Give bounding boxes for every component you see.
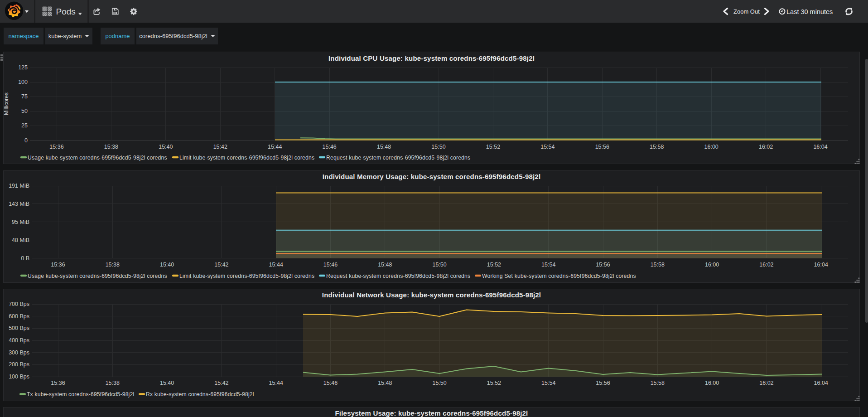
svg-text:15:52: 15:52 xyxy=(487,262,501,268)
svg-text:95 MiB: 95 MiB xyxy=(12,219,29,225)
svg-text:15:48: 15:48 xyxy=(378,380,392,386)
svg-text:Usage kube-system coredns-695f: Usage kube-system coredns-695f96dcd5-98j… xyxy=(28,155,167,161)
svg-text:200 Bps: 200 Bps xyxy=(9,361,29,368)
svg-text:0: 0 xyxy=(24,137,28,144)
svg-text:16:04: 16:04 xyxy=(814,262,828,268)
svg-text:15:42: 15:42 xyxy=(214,262,228,268)
svg-text:15:50: 15:50 xyxy=(431,144,445,150)
svg-text:15:54: 15:54 xyxy=(541,380,555,386)
svg-text:15:46: 15:46 xyxy=(323,380,338,386)
svg-text:15:40: 15:40 xyxy=(159,144,173,150)
svg-text:15:58: 15:58 xyxy=(651,262,665,268)
svg-text:143 MiB: 143 MiB xyxy=(9,201,29,207)
svg-text:Limit kube-system coredns-695f: Limit kube-system coredns-695f96dcd5-98j… xyxy=(179,273,314,279)
svg-text:15:38: 15:38 xyxy=(104,144,118,150)
svg-text:125: 125 xyxy=(18,64,28,71)
svg-text:16:00: 16:00 xyxy=(704,144,719,150)
svg-text:16:04: 16:04 xyxy=(813,144,827,150)
svg-text:15:46: 15:46 xyxy=(323,144,337,150)
svg-text:15:36: 15:36 xyxy=(51,262,65,268)
svg-text:15:54: 15:54 xyxy=(541,262,555,268)
svg-text:15:58: 15:58 xyxy=(651,380,665,386)
svg-text:Limit kube-system coredns-695f: Limit kube-system coredns-695f96dcd5-98j… xyxy=(179,155,314,161)
svg-text:50: 50 xyxy=(21,108,28,114)
svg-text:16:04: 16:04 xyxy=(814,380,828,386)
svg-text:300 Bps: 300 Bps xyxy=(9,349,29,356)
svg-text:15:50: 15:50 xyxy=(432,262,446,268)
svg-text:Last 30 minutes: Last 30 minutes xyxy=(786,8,833,15)
svg-text:15:52: 15:52 xyxy=(487,380,501,386)
svg-text:100: 100 xyxy=(18,79,28,85)
svg-text:Zoom Out: Zoom Out xyxy=(733,8,760,15)
svg-text:Working Set kube-system coredn: Working Set kube-system coredns-695f96dc… xyxy=(482,273,636,279)
svg-text:Request kube-system coredns-69: Request kube-system coredns-695f96dcd5-9… xyxy=(326,155,470,161)
svg-text:16:02: 16:02 xyxy=(759,380,773,386)
svg-text:0 B: 0 B xyxy=(21,255,29,262)
svg-text:15:38: 15:38 xyxy=(106,380,120,386)
svg-text:15:42: 15:42 xyxy=(214,380,228,386)
svg-text:15:52: 15:52 xyxy=(486,144,500,150)
svg-text:600 Bps: 600 Bps xyxy=(9,313,29,320)
svg-text:700 Bps: 700 Bps xyxy=(9,301,29,307)
svg-text:Tx kube-system coredns-695f96d: Tx kube-system coredns-695f96dcd5-98j2l xyxy=(27,391,134,398)
svg-text:75: 75 xyxy=(21,93,28,100)
svg-text:15:42: 15:42 xyxy=(213,144,227,150)
svg-text:15:36: 15:36 xyxy=(51,380,65,386)
svg-text:Individual CPU Usage: kube-sys: Individual CPU Usage: kube-system coredn… xyxy=(328,54,535,62)
svg-text:15:44: 15:44 xyxy=(269,380,283,386)
svg-text:15:38: 15:38 xyxy=(106,262,120,268)
svg-text:15:44: 15:44 xyxy=(269,262,283,268)
svg-text:15:44: 15:44 xyxy=(268,144,282,150)
svg-text:16:02: 16:02 xyxy=(759,144,773,150)
svg-text:15:56: 15:56 xyxy=(596,262,610,268)
svg-text:Usage kube-system coredns-695f: Usage kube-system coredns-695f96dcd5-98j… xyxy=(28,273,167,279)
svg-text:15:48: 15:48 xyxy=(378,262,392,268)
svg-text:Filesystem Usage: kube-system: Filesystem Usage: kube-system coredns-69… xyxy=(335,409,528,417)
svg-text:15:56: 15:56 xyxy=(595,144,609,150)
svg-text:16:02: 16:02 xyxy=(759,262,773,268)
svg-text:500 Bps: 500 Bps xyxy=(9,325,29,331)
svg-text:Pods: Pods xyxy=(56,7,76,16)
svg-text:25: 25 xyxy=(21,122,28,129)
svg-text:15:54: 15:54 xyxy=(540,144,555,150)
svg-text:Request kube-system coredns-69: Request kube-system coredns-695f96dcd5-9… xyxy=(326,273,470,279)
svg-text:15:36: 15:36 xyxy=(49,144,63,150)
svg-text:Individual Memory Usage: kube-: Individual Memory Usage: kube-system cor… xyxy=(323,173,541,180)
svg-text:15:56: 15:56 xyxy=(596,380,610,386)
svg-text:48 MiB: 48 MiB xyxy=(12,237,29,243)
svg-text:15:50: 15:50 xyxy=(432,380,446,386)
svg-text:Rx kube-system coredns-695f96d: Rx kube-system coredns-695f96dcd5-98j2l xyxy=(146,391,254,398)
svg-text:15:48: 15:48 xyxy=(377,144,391,150)
svg-text:191 MiB: 191 MiB xyxy=(9,183,29,189)
svg-text:15:40: 15:40 xyxy=(160,262,174,268)
svg-text:15:40: 15:40 xyxy=(160,380,174,386)
svg-text:Millicores: Millicores xyxy=(3,92,10,115)
svg-text:15:58: 15:58 xyxy=(650,144,664,150)
svg-text:16:00: 16:00 xyxy=(705,380,719,386)
svg-text:16:00: 16:00 xyxy=(705,262,719,268)
svg-text:100 Bps: 100 Bps xyxy=(9,373,29,380)
svg-text:400 Bps: 400 Bps xyxy=(9,337,29,344)
svg-text:15:46: 15:46 xyxy=(323,262,338,268)
svg-text:Individual Network Usage: kube: Individual Network Usage: kube-system co… xyxy=(322,291,541,299)
